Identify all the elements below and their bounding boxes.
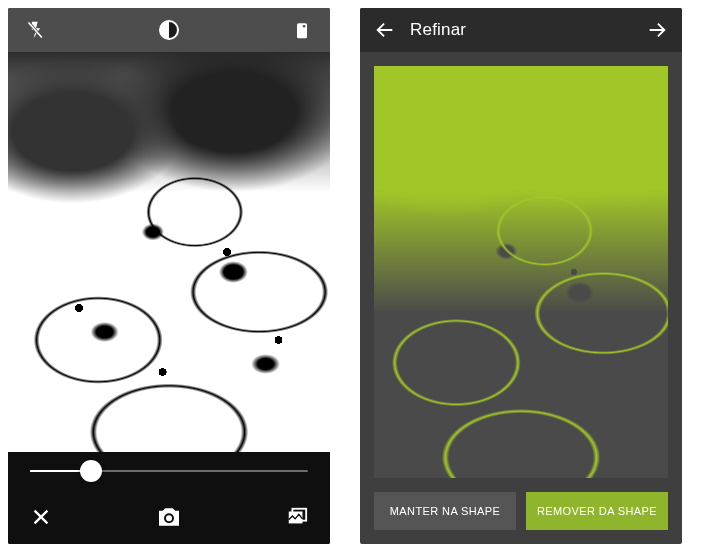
svg-point-9 [166,515,172,521]
shutter-camera-icon[interactable] [154,502,184,532]
switch-camera-icon[interactable] [292,18,312,42]
keep-in-shape-button[interactable]: MANTER NA SHAPE [374,492,516,530]
remove-from-shape-button[interactable]: REMOVER DA SHAPE [526,492,668,530]
camera-preview[interactable] [8,52,330,452]
threshold-slider-row [8,452,330,490]
svg-rect-4 [297,23,307,38]
slider-thumb[interactable] [80,460,102,482]
back-arrow-icon[interactable] [374,19,396,41]
page-title: Refinar [410,20,632,40]
camera-capture-screen [8,8,330,544]
refine-screen: Refinar MANTER NA SHAPE REMOVER DA SHAPE [360,8,682,544]
refine-action-bar: MANTER NA SHAPE REMOVER DA SHAPE [360,492,682,544]
preview-image [8,52,330,452]
svg-point-5 [303,25,306,28]
threshold-slider[interactable] [30,470,308,472]
bw-mode-icon[interactable] [157,18,181,42]
shape-mask-preview [374,66,668,478]
camera-bottom-toolbar [8,490,330,544]
camera-top-toolbar [8,8,330,52]
close-icon[interactable] [30,506,52,528]
refine-canvas[interactable] [374,66,668,478]
forward-arrow-icon[interactable] [646,19,668,41]
flash-off-icon[interactable] [26,18,46,42]
gallery-icon[interactable] [286,506,308,528]
refine-header: Refinar [360,8,682,52]
